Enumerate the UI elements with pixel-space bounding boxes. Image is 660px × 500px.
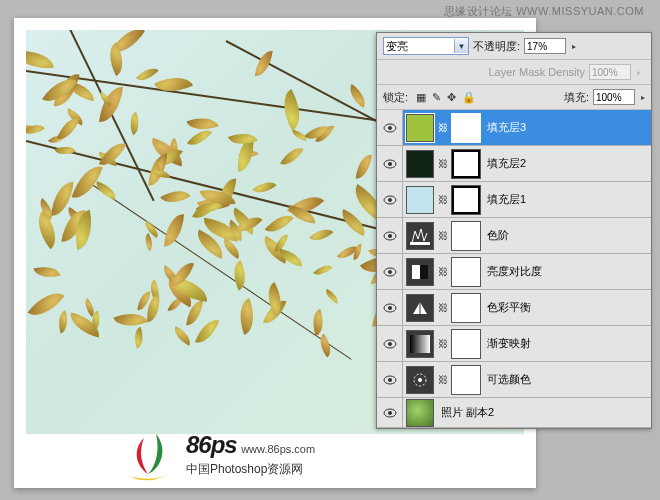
eye-icon <box>383 263 397 281</box>
adjustment-thumbnail[interactable] <box>406 258 434 286</box>
opacity-flyout-icon[interactable]: ▸ <box>572 42 576 51</box>
layer-name-label: 照片 副本2 <box>437 405 494 420</box>
layer-mask-thumbnail[interactable] <box>452 366 480 394</box>
layer-mask-thumbnail[interactable] <box>452 114 480 142</box>
svg-rect-9 <box>410 242 430 245</box>
adjustment-thumbnail[interactable] <box>406 366 434 394</box>
svg-point-1 <box>388 126 392 130</box>
layer-row[interactable]: ⛓ 色彩平衡 <box>377 290 651 326</box>
opacity-input[interactable]: 17% <box>524 38 566 54</box>
link-icon: ⛓ <box>437 194 449 205</box>
link-icon: ⛓ <box>437 374 449 385</box>
layer-row[interactable]: ⛓ 渐变映射 <box>377 326 651 362</box>
link-icon: ⛓ <box>437 158 449 169</box>
visibility-toggle[interactable] <box>377 146 403 181</box>
visibility-toggle[interactable] <box>377 218 403 253</box>
link-icon: ⛓ <box>437 122 449 133</box>
visibility-toggle[interactable] <box>377 110 403 145</box>
layer-mask-thumbnail[interactable] <box>452 150 480 178</box>
eye-icon <box>383 404 397 422</box>
layer-mask-thumbnail[interactable] <box>452 294 480 322</box>
layer-name-label: 填充层1 <box>483 192 526 207</box>
chevron-down-icon: ▼ <box>454 39 468 53</box>
visibility-toggle[interactable] <box>377 398 403 427</box>
layer-row[interactable]: ⛓ 可选颜色 <box>377 362 651 398</box>
link-icon: ⛓ <box>437 266 449 277</box>
adjustment-thumbnail[interactable] <box>406 222 434 250</box>
layer-thumbnail[interactable] <box>406 399 434 427</box>
layer-name-label: 填充层2 <box>483 156 526 171</box>
logo-brand: 86ps www.86ps.com <box>186 431 315 459</box>
mask-density-row: Layer Mask Density 100% ▸ <box>377 60 651 85</box>
lock-position-icon[interactable]: ✥ <box>447 91 456 104</box>
eye-icon <box>383 119 397 137</box>
eye-icon <box>383 191 397 209</box>
svg-point-7 <box>388 234 392 238</box>
eye-icon <box>383 335 397 353</box>
layer-name-label: 亮度对比度 <box>483 264 542 279</box>
fill-label: 填充: <box>564 90 589 105</box>
lock-label: 锁定: <box>383 90 408 105</box>
layer-mask-thumbnail[interactable] <box>452 186 480 214</box>
eye-icon <box>383 155 397 173</box>
visibility-toggle[interactable] <box>377 326 403 361</box>
eye-icon <box>383 299 397 317</box>
visibility-toggle[interactable] <box>377 182 403 217</box>
svg-rect-22 <box>410 335 430 353</box>
svg-rect-13 <box>412 265 420 279</box>
lock-all-icon[interactable]: 🔒 <box>462 91 476 104</box>
logo-subtitle: 中国Photoshop资源网 <box>186 461 315 478</box>
lock-transparency-icon[interactable]: ▦ <box>416 91 426 104</box>
mask-density-input: 100% <box>589 64 631 80</box>
layer-row[interactable]: 照片 副本2 <box>377 398 651 428</box>
layer-name-label: 填充层3 <box>483 120 526 135</box>
svg-point-27 <box>418 378 422 382</box>
layer-thumbnail[interactable] <box>406 114 434 142</box>
visibility-toggle[interactable] <box>377 362 403 397</box>
fill-input[interactable]: 100% <box>593 89 635 105</box>
layer-thumbnail[interactable] <box>406 186 434 214</box>
layer-row[interactable]: ⛓ 色阶 <box>377 218 651 254</box>
layer-mask-thumbnail[interactable] <box>452 330 480 358</box>
layer-thumbnail[interactable] <box>406 150 434 178</box>
layer-row[interactable]: ⛓ 填充层3 <box>377 110 651 146</box>
logo-url: www.86ps.com <box>241 443 315 455</box>
link-icon: ⛓ <box>437 230 449 241</box>
layer-row[interactable]: ⛓ 填充层1 <box>377 182 651 218</box>
layers-list: ⛓ 填充层3 ⛓ 填充层2 ⛓ 填充层1 <box>377 110 651 428</box>
svg-point-16 <box>388 306 392 310</box>
visibility-toggle[interactable] <box>377 290 403 325</box>
lock-paint-icon[interactable]: ✎ <box>432 91 441 104</box>
logo-area: 86ps www.86ps.com 中国Photoshop资源网 <box>118 426 315 482</box>
mask-density-flyout-icon: ▸ <box>637 68 641 77</box>
layers-panel: 变亮▼ 不透明度: 17% ▸ Layer Mask Density 100% … <box>376 32 652 429</box>
opacity-label: 不透明度: <box>473 39 520 54</box>
eye-icon <box>383 227 397 245</box>
svg-point-3 <box>388 162 392 166</box>
fill-flyout-icon[interactable]: ▸ <box>641 93 645 102</box>
layer-row[interactable]: ⛓ 亮度对比度 <box>377 254 651 290</box>
svg-point-21 <box>388 342 392 346</box>
svg-point-5 <box>388 198 392 202</box>
blend-mode-select[interactable]: 变亮▼ <box>383 37 469 55</box>
svg-rect-14 <box>420 265 428 279</box>
layer-row[interactable]: ⛓ 填充层2 <box>377 146 651 182</box>
lock-fill-row: 锁定: ▦ ✎ ✥ 🔒 填充: 100% ▸ <box>377 85 651 110</box>
adjustment-thumbnail[interactable] <box>406 330 434 358</box>
adjustment-thumbnail[interactable] <box>406 294 434 322</box>
layer-mask-thumbnail[interactable] <box>452 258 480 286</box>
link-icon: ⛓ <box>437 302 449 313</box>
blend-opacity-row: 变亮▼ 不透明度: 17% ▸ <box>377 33 651 60</box>
svg-point-11 <box>388 270 392 274</box>
logo-icon <box>118 426 178 482</box>
layer-mask-thumbnail[interactable] <box>452 222 480 250</box>
link-icon: ⛓ <box>437 338 449 349</box>
layer-name-label: 可选颜色 <box>483 372 531 387</box>
lock-icons[interactable]: ▦ ✎ ✥ 🔒 <box>416 91 476 104</box>
layer-name-label: 色阶 <box>483 228 509 243</box>
layer-name-label: 色彩平衡 <box>483 300 531 315</box>
svg-point-29 <box>388 411 392 415</box>
eye-icon <box>383 371 397 389</box>
layer-name-label: 渐变映射 <box>483 336 531 351</box>
visibility-toggle[interactable] <box>377 254 403 289</box>
